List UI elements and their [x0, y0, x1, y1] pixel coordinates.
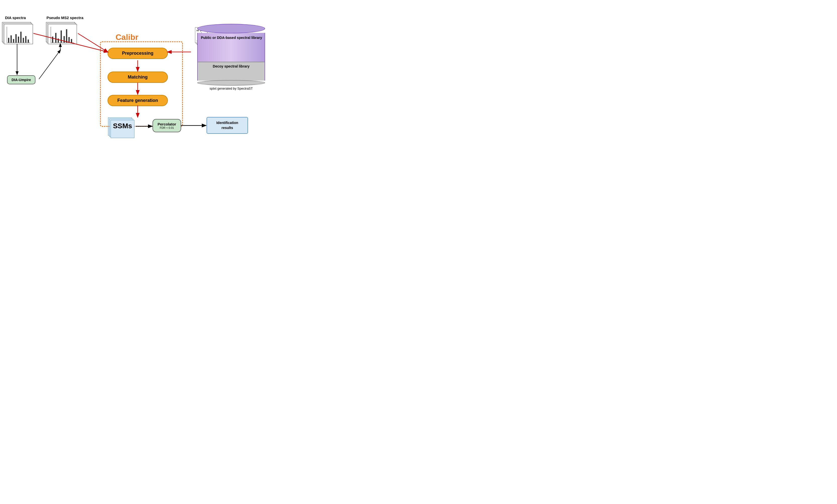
svg-rect-2 [8, 38, 9, 43]
sptxt-label: sptxt generated by SpectraST [191, 87, 271, 90]
public-library-label: Public or DDA-based spectral library [201, 35, 262, 40]
svg-rect-4 [13, 39, 14, 43]
svg-rect-3 [11, 35, 12, 43]
svg-rect-19 [68, 37, 70, 43]
ssms-label: SSMs [108, 122, 137, 130]
svg-rect-16 [60, 30, 62, 43]
svg-rect-17 [64, 36, 65, 43]
svg-rect-14 [55, 33, 56, 43]
matching-button: Matching [108, 72, 168, 83]
spectral-library-cylinder: b2 y6 y5 b7 y10 Public or DDA-based spec… [191, 24, 271, 90]
percolator-label: Percolator [158, 122, 176, 126]
svg-rect-9 [25, 36, 26, 43]
svg-rect-5 [15, 34, 17, 43]
svg-line-36 [39, 50, 60, 79]
diagram: { "title": "Calibr", "labels": { "dia_sp… [0, 0, 279, 168]
svg-rect-8 [23, 38, 24, 43]
identification-results-box: Identification results [207, 117, 248, 134]
svg-rect-18 [66, 30, 67, 43]
label-dia-spectra: DIA spectra [5, 16, 26, 20]
dia-umpire-box: DIA-Umpire [7, 75, 35, 84]
svg-rect-15 [57, 39, 59, 43]
decoy-library-label: Decoy spectral library [198, 62, 265, 70]
svg-rect-7 [20, 32, 22, 43]
percolator-box: Percolator FDR < 0.01 [153, 119, 181, 132]
label-pseudo-ms2: Pseudo MS2 spectra [47, 16, 84, 20]
preprocessing-button: Preprocessing [108, 48, 168, 59]
calibr-title: Calibr [115, 33, 139, 42]
fdr-label: FDR < 0.01 [158, 126, 176, 129]
svg-rect-20 [71, 39, 72, 43]
svg-rect-6 [18, 37, 19, 43]
svg-rect-13 [52, 37, 53, 43]
svg-rect-10 [28, 39, 29, 43]
feature-generation-button: Feature generation [108, 95, 168, 106]
